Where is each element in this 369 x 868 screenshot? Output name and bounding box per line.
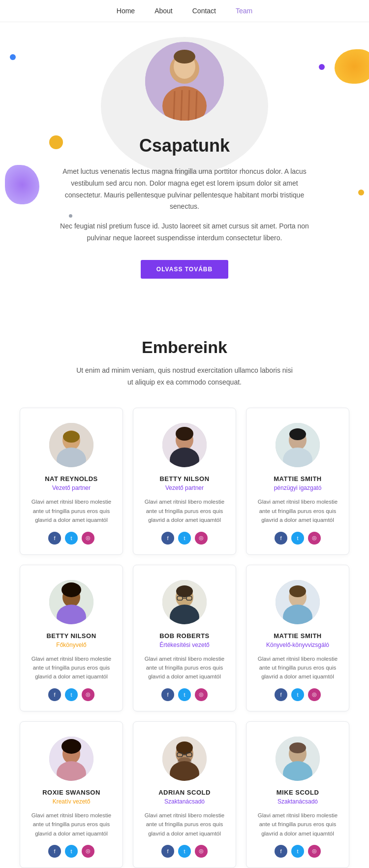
navbar: Home About Contact Team [0, 0, 369, 22]
nav-about[interactable]: About [154, 7, 173, 15]
facebook-icon-7[interactable]: f [161, 845, 174, 858]
nav-contact[interactable]: Contact [192, 7, 216, 15]
read-more-button[interactable]: OLVASS TOVÁBB [141, 260, 228, 279]
hero-avatar [145, 42, 224, 121]
twitter-icon-0[interactable]: t [65, 532, 78, 545]
member-name-1: BETTY NILSON [143, 475, 226, 482]
member-role-0: Vezető partner [30, 484, 113, 491]
twitter-icon-7[interactable]: t [178, 845, 191, 858]
member-name-0: NAT REYNOLDS [30, 475, 113, 482]
svg-line-5 [174, 91, 175, 121]
instagram-icon-1[interactable]: ◎ [195, 532, 208, 545]
member-role-8: Szaktanácsadó [256, 798, 339, 805]
instagram-icon-4[interactable]: ◎ [195, 688, 208, 701]
avatar-bob-roberts [162, 580, 207, 624]
twitter-icon-1[interactable]: t [178, 532, 191, 545]
team-card-2: MATTIE SMITH pénzügyi igazgató Glavi ame… [246, 408, 349, 554]
team-card-8: MIKE SCOLD Szaktanácsadó Glavi amet ritn… [246, 721, 349, 868]
avatar-betty-nilson-2 [49, 580, 93, 624]
avatar-roxie-swanson [49, 737, 93, 781]
avatar-mattie-smith-2 [276, 580, 320, 624]
facebook-icon-5[interactable]: f [275, 688, 287, 701]
social-icons-8: f t ◎ [256, 845, 339, 858]
member-role-5: Könyvelő-könyvvizsgáló [256, 642, 339, 648]
svg-point-38 [62, 739, 81, 754]
member-desc-7: Glavi amet ritnisl libero molestie ante … [143, 811, 226, 838]
member-name-5: MATTIE SMITH [256, 632, 339, 640]
twitter-icon-3[interactable]: t [65, 688, 78, 701]
member-name-7: ADRIAN SCOLD [143, 789, 226, 796]
member-role-1: Vezető partner [143, 484, 226, 491]
social-icons-0: f t ◎ [30, 532, 113, 545]
member-desc-2: Glavi amet ritnisl libero molestie ante … [256, 497, 339, 524]
avatar-mattie-smith-1 [276, 423, 320, 467]
instagram-icon-2[interactable]: ◎ [308, 532, 321, 545]
team-card-5: MATTIE SMITH Könyvelő-könyvvizsgáló Glav… [246, 565, 349, 711]
member-role-7: Szaktanácsadó [143, 798, 226, 805]
team-card-7: ADRIAN SCOLD Szaktanácsadó Glavi amet ri… [133, 721, 236, 868]
instagram-icon-5[interactable]: ◎ [308, 688, 321, 701]
svg-point-34 [289, 585, 306, 597]
hero-image-wrap [145, 42, 224, 121]
instagram-icon-7[interactable]: ◎ [195, 845, 208, 858]
hero-dot-blue [10, 54, 16, 60]
hero-section: Csapatunk Amet luctus venenatis lectus m… [0, 22, 369, 308]
team-subtitle: Ut enim ad minim veniam, quis nostrud ex… [76, 365, 293, 388]
social-icons-7: f t ◎ [143, 845, 226, 858]
instagram-icon-0[interactable]: ◎ [82, 532, 94, 545]
avatar-betty-nilson-1 [162, 423, 207, 467]
member-name-4: BOB ROBERTS [143, 632, 226, 640]
member-desc-1: Glavi amet ritnisl libero molestie ante … [143, 497, 226, 524]
svg-point-3 [174, 50, 195, 64]
team-title: Embereink [20, 338, 349, 357]
facebook-icon-1[interactable]: f [161, 532, 174, 545]
team-card-1: BETTY NILSON Vezető partner Glavi amet r… [133, 408, 236, 554]
svg-point-42 [176, 741, 193, 754]
nav-team[interactable]: Team [236, 7, 252, 15]
social-icons-4: f t ◎ [143, 688, 226, 701]
hero-title: Csapatunk [10, 135, 359, 156]
twitter-icon-4[interactable]: t [178, 688, 191, 701]
avatar-mike-scold [276, 737, 320, 781]
instagram-icon-3[interactable]: ◎ [82, 688, 94, 701]
social-icons-6: f t ◎ [30, 845, 113, 858]
member-role-3: Főkönyvelő [30, 642, 113, 648]
member-desc-3: Glavi amet ritnisl libero molestie ante … [30, 654, 113, 681]
nav-home[interactable]: Home [117, 7, 135, 15]
member-name-6: ROXIE SWANSON [30, 789, 113, 796]
member-desc-6: Glavi amet ritnisl libero molestie ante … [30, 811, 113, 838]
facebook-icon-2[interactable]: f [275, 532, 287, 545]
twitter-icon-2[interactable]: t [291, 532, 304, 545]
svg-point-27 [176, 585, 193, 597]
facebook-icon-4[interactable]: f [161, 688, 174, 701]
svg-point-19 [289, 428, 306, 440]
svg-point-50 [289, 742, 306, 753]
member-name-8: MIKE SCOLD [256, 789, 339, 796]
facebook-icon-3[interactable]: f [48, 688, 61, 701]
instagram-icon-6[interactable]: ◎ [82, 845, 94, 858]
avatar-adrian-scold [162, 737, 207, 781]
facebook-icon-0[interactable]: f [48, 532, 61, 545]
twitter-icon-8[interactable]: t [291, 845, 304, 858]
svg-point-23 [62, 582, 81, 597]
instagram-icon-8[interactable]: ◎ [308, 845, 321, 858]
member-role-4: Értékesítési vezető [143, 642, 226, 648]
hero-dot-purple [319, 64, 325, 70]
member-desc-4: Glavi amet ritnisl libero molestie ante … [143, 654, 226, 681]
twitter-icon-5[interactable]: t [291, 688, 304, 701]
facebook-icon-6[interactable]: f [48, 845, 61, 858]
svg-point-11 [63, 431, 80, 443]
svg-line-8 [196, 91, 197, 121]
member-desc-8: Glavi amet ritnisl libero molestie ante … [256, 811, 339, 838]
svg-line-6 [181, 90, 182, 121]
social-icons-5: f t ◎ [256, 688, 339, 701]
member-role-2: pénzügyi igazgató [256, 484, 339, 491]
member-role-6: Kreatív vezető [30, 798, 113, 805]
member-name-2: MATTIE SMITH [256, 475, 339, 482]
member-name-3: BETTY NILSON [30, 632, 113, 640]
facebook-icon-8[interactable]: f [275, 845, 287, 858]
twitter-icon-6[interactable]: t [65, 845, 78, 858]
hero-para1: Amet luctus venenatis lectus magna fring… [57, 166, 312, 213]
team-card-6: ROXIE SWANSON Kreatív vezető Glavi amet … [20, 721, 123, 868]
hero-blob-orange [335, 49, 369, 84]
